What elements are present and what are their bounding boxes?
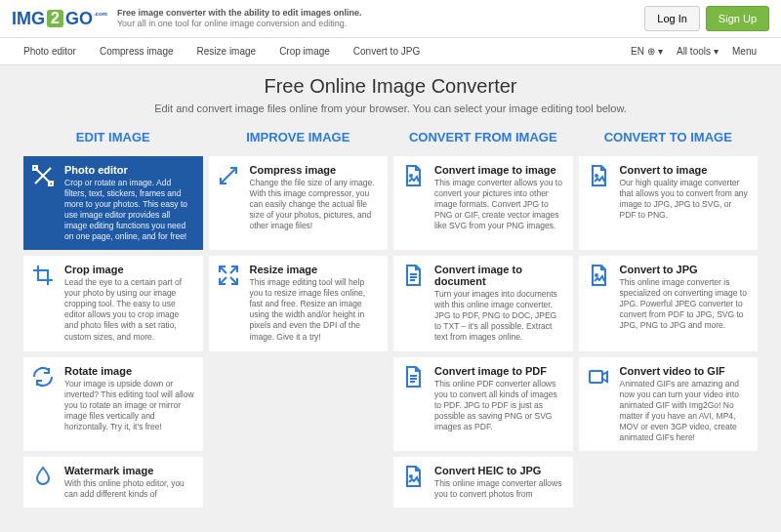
card-compress[interactable]: Compress image Change the file size of a… bbox=[209, 156, 389, 250]
tagline-sub: Your all in one tool for online image co… bbox=[117, 19, 362, 29]
crop-icon bbox=[31, 264, 57, 289]
chevron-down-icon: ▾ bbox=[714, 46, 719, 57]
card-desc: Change the file size of any image. With … bbox=[250, 178, 381, 231]
card-title: Convert HEIC to JPG bbox=[434, 465, 565, 476]
card-convert-to-jpg[interactable]: Convert to JPG This online image convert… bbox=[579, 256, 759, 350]
file-image-icon bbox=[401, 164, 427, 189]
logo-p3: GO bbox=[65, 9, 93, 29]
card-desc: With this online photo editor, you can a… bbox=[64, 478, 195, 500]
page-subtitle: Edit and convert image files online from… bbox=[23, 102, 758, 114]
menu-icon bbox=[760, 49, 769, 54]
card-convert-img-img[interactable]: Convert image to image This image conver… bbox=[393, 156, 573, 250]
rotate-icon bbox=[31, 365, 57, 390]
card-desc: Your image is upside down or inverted? T… bbox=[64, 379, 195, 432]
file-image-icon bbox=[587, 264, 612, 289]
chevron-down-icon: ▾ bbox=[658, 46, 663, 57]
card-convert-to-image[interactable]: Convert to image Our high quality image … bbox=[579, 156, 759, 250]
svg-point-6 bbox=[410, 475, 412, 477]
card-title: Convert to JPG bbox=[620, 264, 751, 275]
card-convert-video-gif[interactable]: Convert video to GIF Animated GIFs are a… bbox=[579, 357, 759, 451]
svg-point-3 bbox=[596, 175, 597, 177]
file-pdf-icon bbox=[401, 365, 427, 390]
nav-crop[interactable]: Crop image bbox=[267, 39, 342, 63]
video-icon bbox=[587, 365, 612, 390]
card-desc: This online image converter is specializ… bbox=[620, 277, 751, 331]
card-desc: Our high quality image converter that al… bbox=[620, 178, 751, 221]
header-bar: IMG 2 GO .com Free image converter with … bbox=[0, 0, 781, 38]
file-image-icon bbox=[587, 164, 612, 189]
card-crop[interactable]: Crop image Lead the eye to a certain par… bbox=[23, 256, 203, 350]
card-title: Photo editor bbox=[64, 164, 195, 176]
expand-icon bbox=[217, 264, 242, 289]
card-convert-heic-jpg[interactable]: Convert HEIC to JPG This online image co… bbox=[393, 457, 573, 508]
page-title: Free Online Image Converter bbox=[23, 75, 758, 98]
drop-icon bbox=[31, 465, 57, 490]
card-desc: Crop or rotate an image. Add filters, te… bbox=[64, 178, 195, 242]
card-title: Convert image to document bbox=[434, 264, 565, 287]
col-head-convert-from: CONVERT FROM IMAGE bbox=[393, 124, 573, 150]
card-title: Crop image bbox=[64, 264, 195, 275]
card-title: Rotate image bbox=[64, 365, 195, 377]
card-watermark[interactable]: Watermark image With this online photo e… bbox=[23, 457, 203, 508]
logo-p2: 2 bbox=[47, 10, 63, 27]
tagline: Free image converter with the ability to… bbox=[117, 8, 362, 29]
card-title: Watermark image bbox=[64, 465, 195, 476]
file-doc-icon bbox=[401, 264, 427, 289]
card-photo-editor[interactable]: Photo editor Crop or rotate an image. Ad… bbox=[23, 156, 203, 250]
tagline-main: Free image converter with the ability to… bbox=[117, 8, 362, 19]
tools-grid: EDIT IMAGE IMPROVE IMAGE CONVERT FROM IM… bbox=[23, 124, 758, 508]
logo-p1: IMG bbox=[12, 9, 45, 29]
card-desc: Turn your images into documents with thi… bbox=[434, 289, 565, 343]
alltools-dropdown[interactable]: All tools ▾ bbox=[677, 46, 719, 57]
crossed-tools-icon bbox=[31, 164, 57, 189]
nav-photo-editor[interactable]: Photo editor bbox=[12, 39, 88, 63]
card-title: Convert video to GIF bbox=[620, 365, 751, 377]
card-convert-img-doc[interactable]: Convert image to document Turn your imag… bbox=[393, 256, 573, 350]
card-title: Convert to image bbox=[620, 164, 751, 176]
menu-button[interactable]: Menu bbox=[732, 46, 769, 57]
col-head-improve: IMPROVE IMAGE bbox=[209, 124, 389, 150]
card-desc: This image editing tool will help you to… bbox=[250, 277, 381, 342]
main-content: Free Online Image Converter Edit and con… bbox=[0, 65, 781, 517]
card-resize[interactable]: Resize image This image editing tool wil… bbox=[209, 256, 389, 350]
logo-dotcom: .com bbox=[94, 11, 107, 17]
svg-rect-5 bbox=[590, 371, 602, 383]
card-desc: This online image converter allows you t… bbox=[434, 478, 565, 500]
card-title: Resize image bbox=[250, 264, 381, 275]
compress-icon bbox=[217, 164, 242, 189]
nav-convert-jpg[interactable]: Convert to JPG bbox=[342, 39, 432, 63]
nav-compress[interactable]: Compress image bbox=[88, 39, 185, 63]
card-title: Convert image to image bbox=[434, 164, 565, 176]
nav-resize[interactable]: Resize image bbox=[185, 39, 268, 63]
card-desc: Animated GIFs are amazing and now you ca… bbox=[620, 379, 751, 443]
logo[interactable]: IMG 2 GO .com bbox=[12, 9, 107, 29]
card-desc: This image converter allows you to conve… bbox=[434, 178, 565, 231]
svg-point-4 bbox=[596, 274, 597, 276]
col-head-edit: EDIT IMAGE bbox=[23, 124, 203, 150]
card-desc: Lead the eye to a certain part of your p… bbox=[64, 277, 195, 342]
file-image-icon bbox=[401, 465, 427, 490]
svg-point-2 bbox=[410, 175, 412, 177]
card-rotate[interactable]: Rotate image Your image is upside down o… bbox=[23, 357, 203, 451]
globe-icon: ⊕ bbox=[647, 46, 655, 57]
card-title: Convert image to PDF bbox=[434, 365, 565, 377]
card-title: Compress image bbox=[250, 164, 381, 176]
subnav: Photo editor Compress image Resize image… bbox=[0, 38, 781, 65]
lang-selector[interactable]: EN⊕▾ bbox=[631, 46, 663, 57]
signup-button[interactable]: Sign Up bbox=[706, 6, 769, 31]
card-desc: This online PDF converter allows you to … bbox=[434, 379, 565, 432]
card-convert-img-pdf[interactable]: Convert image to PDF This online PDF con… bbox=[393, 357, 573, 451]
col-head-convert-to: CONVERT TO IMAGE bbox=[579, 124, 759, 150]
login-button[interactable]: Log In bbox=[644, 6, 700, 31]
